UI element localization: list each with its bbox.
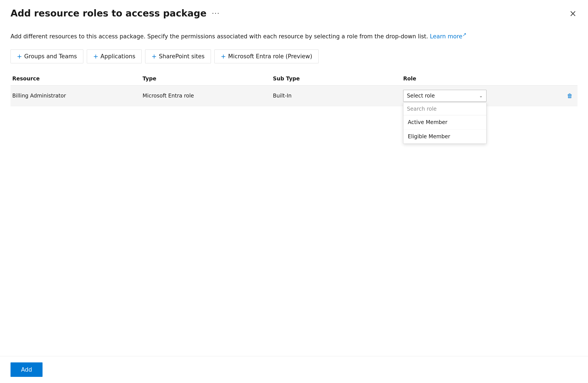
dialog-content: Add different resources to this access p… <box>0 24 588 383</box>
column-header-sub-type: Sub Type <box>271 76 401 82</box>
ellipsis-button[interactable]: ··· <box>210 8 222 19</box>
tab-microsoft-entra-role[interactable]: + Microsoft Entra role (Preview) <box>214 50 318 63</box>
column-header-actions <box>564 76 577 82</box>
tab-label-microsoft-entra-role: Microsoft Entra role (Preview) <box>228 53 312 60</box>
tab-applications[interactable]: + Applications <box>87 50 142 63</box>
description-text: Add different resources to this access p… <box>11 31 577 41</box>
cell-type: Microsoft Entra role <box>141 93 271 99</box>
column-header-role: Role <box>401 76 564 82</box>
plus-icon-sharepoint: + <box>151 53 157 60</box>
tab-label-applications: Applications <box>100 53 135 60</box>
add-button[interactable]: Add <box>11 363 42 377</box>
role-select-button[interactable]: Select role ⌄ <box>403 90 486 102</box>
external-link-icon: ↗ <box>462 32 466 37</box>
cell-sub-type: Built-In <box>271 93 401 99</box>
chevron-down-icon: ⌄ <box>479 93 483 98</box>
cell-actions <box>564 91 577 100</box>
plus-icon-groups: + <box>17 53 22 60</box>
table-row: Billing Administrator Microsoft Entra ro… <box>11 85 577 106</box>
dropdown-item-active-member[interactable]: Active Member <box>403 115 486 129</box>
plus-icon-applications: + <box>93 53 98 60</box>
column-header-type: Type <box>141 76 271 82</box>
tab-sharepoint-sites[interactable]: + SharePoint sites <box>145 50 211 63</box>
close-button[interactable]: × <box>568 8 577 19</box>
column-header-resource: Resource <box>11 76 141 82</box>
search-role-input[interactable] <box>403 103 486 115</box>
dropdown-item-eligible-member[interactable]: Eligible Member <box>403 129 486 143</box>
role-select-label: Select role <box>407 93 435 99</box>
dialog-title-area: Add resource roles to access package ··· <box>11 8 221 19</box>
tab-label-groups-and-teams: Groups and Teams <box>24 53 77 60</box>
dialog-header: Add resource roles to access package ···… <box>0 0 588 24</box>
role-dropdown-menu: Active Member Eligible Member <box>403 102 486 144</box>
role-dropdown-container: Select role ⌄ Active Member Eligible Mem… <box>401 90 564 102</box>
resource-roles-table: Resource Type Sub Type Role Billing Admi… <box>11 72 577 106</box>
dialog-footer: Add <box>0 356 588 383</box>
tab-bar: + Groups and Teams + Applications + Shar… <box>11 50 577 63</box>
tab-groups-and-teams[interactable]: + Groups and Teams <box>11 50 83 63</box>
tab-label-sharepoint-sites: SharePoint sites <box>159 53 205 60</box>
dialog-title: Add resource roles to access package <box>11 8 207 19</box>
table-header: Resource Type Sub Type Role <box>11 72 577 85</box>
learn-more-link[interactable]: Learn more↗ <box>430 33 466 40</box>
plus-icon-entra: + <box>221 53 226 60</box>
delete-row-button[interactable] <box>566 91 573 100</box>
add-resource-roles-dialog: Add resource roles to access package ···… <box>0 0 588 383</box>
cell-resource: Billing Administrator <box>11 93 141 99</box>
trash-icon <box>567 92 573 99</box>
